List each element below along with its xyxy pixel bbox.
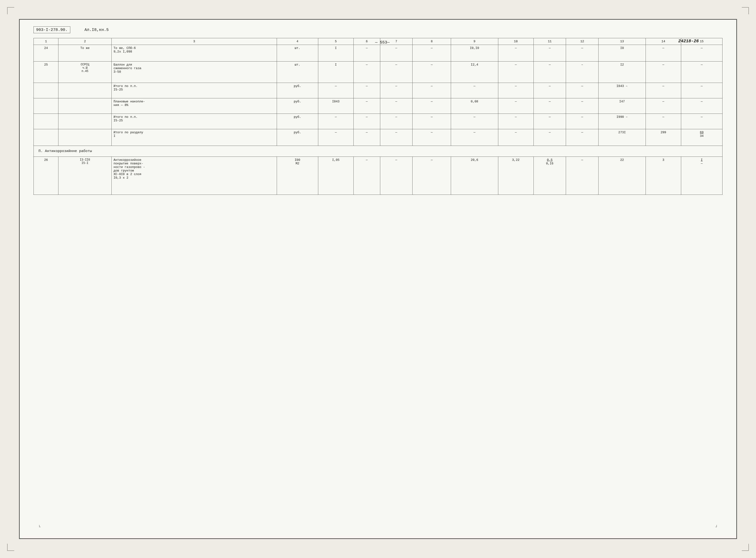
col-header-12: 12 xyxy=(566,38,599,45)
rowD-col10: — xyxy=(498,129,533,146)
rowA-col10: — xyxy=(498,83,533,98)
row26-col12: — xyxy=(566,157,599,195)
row26-col15: I — xyxy=(681,157,722,195)
row24-col13: I0 xyxy=(599,45,646,61)
corner-mark-tl xyxy=(7,7,14,14)
table-row: 24 То же То же, СПО-6 9,2х I,098 шт. I —… xyxy=(34,45,723,61)
row25-ref: ССРСЦ ч.Ш п.45 xyxy=(58,61,112,83)
bottom-right-mark: ┘ xyxy=(715,525,718,529)
row25-col4: шт. xyxy=(277,61,318,83)
row26-num: 26 xyxy=(34,157,58,195)
rowD-col5: — xyxy=(318,129,354,146)
doc-ref-box: 903-I-278.90. xyxy=(33,26,70,33)
row25-col14: — xyxy=(646,61,681,83)
col-header-4: 4 xyxy=(277,38,318,45)
corner-mark-bl xyxy=(7,544,14,551)
row24-col6: — xyxy=(354,45,380,61)
rowB-col12: — xyxy=(566,98,599,114)
row25-col11: — xyxy=(533,61,566,83)
main-table: 1 2 3 4 5 6 7 8 9 10 11 12 13 14 15 24 Т… xyxy=(33,38,723,195)
rowB-col7: — xyxy=(380,98,413,114)
table-row: Плановые накопле- ния — 8% руб. I843 — —… xyxy=(34,98,723,114)
rowD-col11: — xyxy=(533,129,566,146)
rowD-col7: — xyxy=(380,129,413,146)
rowC-col4: руб. xyxy=(277,114,318,129)
table-row: Итого по разделу I руб. — — — — — — — — … xyxy=(34,129,723,146)
rowD-col4: руб. xyxy=(277,129,318,146)
row26-col10: 3,22 xyxy=(498,157,533,195)
row26-col14: 3 xyxy=(646,157,681,195)
row24-col9: I0,I0 xyxy=(451,45,498,61)
row24-col14: — xyxy=(646,45,681,61)
rowA-col4: руб. xyxy=(277,83,318,98)
row25-col6: — xyxy=(354,61,380,83)
row25-col13: I2 xyxy=(599,61,646,83)
rowC-col5: — xyxy=(318,114,354,129)
row25-desc: Баллон для сжиженного газа З-50 xyxy=(112,61,277,83)
row24-col4: шт. xyxy=(277,45,318,61)
row26-col11: 0,5 0,I6 xyxy=(533,157,566,195)
rowB-ref xyxy=(58,98,112,114)
rowA-col14: — xyxy=(646,83,681,98)
rowA-col6: — xyxy=(354,83,380,98)
corner-mark-br xyxy=(742,544,749,551)
col-header-2: 2 xyxy=(58,38,112,45)
rowD-ref xyxy=(58,129,112,146)
row26-col4: I00 М2 xyxy=(277,157,318,195)
rowC-col15: — xyxy=(681,114,722,129)
row24-desc: То же, СПО-6 9,2х I,098 xyxy=(112,45,277,61)
row26-ref: I3-II6 I5-I xyxy=(58,157,112,195)
rowD-col8: — xyxy=(413,129,451,146)
rowA-desc: Итого по п.п. I5-25 xyxy=(112,83,277,98)
rowA-col11: — xyxy=(533,83,566,98)
row25-col7: — xyxy=(380,61,413,83)
rowC-desc: Итого по п.п. I5-25 xyxy=(112,114,277,129)
col-header-9: 9 xyxy=(451,38,498,45)
rowD-desc: Итого по разделу I xyxy=(112,129,277,146)
row25-col5: I xyxy=(318,61,354,83)
rowA-col7: — xyxy=(380,83,413,98)
rowA-num xyxy=(34,83,58,98)
rowC-col12: — xyxy=(566,114,599,129)
row24-col15: — xyxy=(681,45,722,61)
row26-col13: 22 xyxy=(599,157,646,195)
rowC-col13: I990 – xyxy=(599,114,646,129)
rowB-col11: — xyxy=(533,98,566,114)
row24-col8: — xyxy=(413,45,451,61)
col-header-11: 11 xyxy=(533,38,566,45)
rowA-col15: — xyxy=(681,83,722,98)
row24-ref: То же xyxy=(58,45,112,61)
table-row: Итого по п.п. I5-25 руб. — — — — — — — —… xyxy=(34,83,723,98)
row24-num: 24 xyxy=(34,45,58,61)
section-header-text: П. Антикоррозийнне работы xyxy=(38,149,92,153)
row24-col12: — xyxy=(566,45,599,61)
col-header-8: 8 xyxy=(413,38,451,45)
bottom-left-mark: └ xyxy=(38,525,41,529)
doc-ref: 903-I-278.90. xyxy=(36,28,68,32)
row26-col8: — xyxy=(413,157,451,195)
rowB-col4: руб. xyxy=(277,98,318,114)
rowC-col10: — xyxy=(498,114,533,129)
rowD-col9: — xyxy=(451,129,498,146)
right-number: 24218-26 xyxy=(678,39,699,44)
row26-col9: 20,6 xyxy=(451,157,498,195)
rowB-col6: — xyxy=(354,98,380,114)
rowB-col10: — xyxy=(498,98,533,114)
col-header-10: 10 xyxy=(498,38,533,45)
rowD-num xyxy=(34,129,58,146)
rowD-col13: 273I xyxy=(599,129,646,146)
rowC-num xyxy=(34,114,58,129)
table-row: 25 ССРСЦ ч.Ш п.45 Баллон для сжиженного … xyxy=(34,61,723,83)
rowB-desc: Плановые накопле- ния — 8% xyxy=(112,98,277,114)
rowC-ref xyxy=(58,114,112,129)
rowD-col15: 69 34 xyxy=(681,129,722,146)
col-header-14: 14 xyxy=(646,38,681,45)
section-header-cell: П. Антикоррозийнне работы xyxy=(34,146,723,157)
col-header-3: 3 xyxy=(112,38,277,45)
row25-col9: I2,4 xyxy=(451,61,498,83)
rowC-col8: — xyxy=(413,114,451,129)
rowD-col12: — xyxy=(566,129,599,146)
rowB-col15: — xyxy=(681,98,722,114)
rowA-col8: — xyxy=(413,83,451,98)
row25-col12: – xyxy=(566,61,599,83)
